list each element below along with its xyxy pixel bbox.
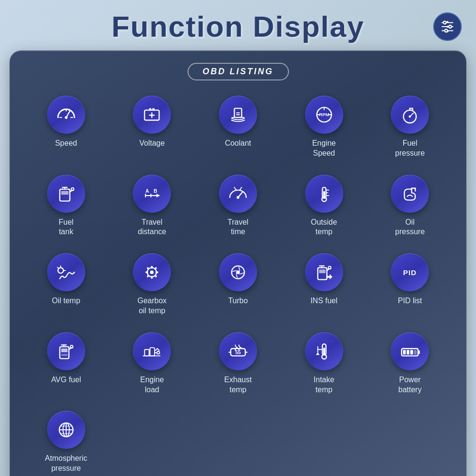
obd-listing-badge: OBD LISTING [188, 63, 289, 80]
item-engine-load[interactable]: Engineload [110, 327, 194, 401]
turbo-icon [227, 261, 249, 283]
svg-rect-108 [403, 350, 406, 355]
svg-point-6 [444, 21, 446, 24]
svg-rect-15 [149, 109, 152, 111]
item-coolant[interactable]: Coolant [196, 90, 280, 164]
oil-temp-label: Oil temp [52, 296, 80, 306]
travel-time-icon-circle [219, 175, 257, 213]
avg-fuel-icon [55, 340, 77, 362]
item-oil-temp[interactable]: Oil temp [24, 248, 108, 322]
fuel-pressure-icon-circle [391, 96, 429, 134]
item-ins-fuel[interactable]: INS fuel [282, 248, 366, 322]
svg-point-34 [409, 115, 411, 118]
coolant-icon-circle [219, 96, 257, 134]
svg-line-50 [240, 187, 242, 190]
svg-rect-89 [61, 354, 67, 356]
svg-rect-75 [317, 268, 327, 280]
svg-rect-109 [407, 350, 409, 355]
item-intake-temp[interactable]: Intaketemp [282, 327, 366, 401]
turbo-icon-circle [219, 253, 257, 291]
avg-fuel-icon-circle [47, 332, 85, 370]
fuel-pressure-label: Fuelpressure [395, 139, 425, 159]
svg-point-94 [157, 351, 160, 354]
fuel-tank-icon-circle [47, 175, 85, 213]
engine-load-icon-circle [133, 332, 171, 370]
travel-distance-label: Traveldistance [138, 218, 167, 238]
svg-rect-68 [156, 271, 159, 273]
pid-list-label: PID list [398, 296, 422, 306]
page-title: Function Display [111, 10, 364, 43]
item-turbo[interactable]: Turbo [196, 248, 280, 322]
item-outside-temp[interactable]: Outsidetemp [282, 169, 366, 243]
intake-temp-label: Intaketemp [314, 375, 335, 395]
exhaust-temp-label: Exhausttemp [224, 375, 252, 395]
fuel-tank-icon [55, 183, 77, 205]
power-battery-icon-circle [391, 332, 429, 370]
section-badge-wrapper: OBD LISTING [24, 63, 452, 80]
voltage-icon-circle [133, 96, 171, 134]
main-panel: OBD LISTING Speed [10, 50, 466, 476]
svg-marker-44 [157, 194, 160, 198]
svg-point-87 [70, 345, 73, 348]
engine-load-label: Engineload [140, 375, 164, 395]
rpm-icon: RPM [313, 104, 335, 126]
engine-speed-label: EngineSpeed [312, 139, 336, 159]
item-gearbox[interactable]: Gearboxoil temp [110, 248, 194, 322]
voltage-label: Voltage [139, 139, 165, 149]
travel-distance-icon: A B [141, 183, 163, 205]
travel-time-label: Traveltime [228, 218, 248, 238]
item-avg-fuel[interactable]: AVG fuel [24, 327, 108, 401]
ins-fuel-label: INS fuel [310, 296, 337, 306]
speedometer-icon [55, 104, 77, 126]
travel-distance-icon-circle: A B [133, 175, 171, 213]
item-fuel-pressure[interactable]: Fuelpressure [368, 90, 452, 164]
svg-point-8 [445, 29, 447, 32]
item-voltage[interactable]: Voltage [110, 90, 194, 164]
item-pid-list[interactable]: PID PID list [368, 248, 452, 322]
svg-text:PID: PID [403, 268, 416, 277]
item-speed[interactable]: Speed [24, 90, 108, 164]
svg-rect-111 [414, 350, 417, 355]
svg-text:B: B [154, 188, 158, 194]
atmospheric-icon [55, 419, 77, 441]
item-power-battery[interactable]: Powerbattery [368, 327, 452, 401]
svg-text:55: 55 [235, 349, 241, 355]
svg-rect-91 [150, 347, 155, 356]
exhaust-temp-icon: 55 [227, 340, 249, 362]
coolant-icon [227, 104, 249, 126]
svg-point-74 [236, 270, 240, 274]
oil-temp-icon-circle [47, 253, 85, 291]
function-grid: Speed Voltage [24, 90, 452, 476]
oil-pressure-label: Oilpressure [395, 218, 425, 238]
item-atmospheric[interactable]: Atmosphericpressure [24, 405, 108, 476]
svg-rect-67 [146, 271, 149, 273]
atmospheric-icon-circle [47, 411, 85, 449]
item-travel-distance[interactable]: A B Traveldistance [110, 169, 194, 243]
svg-line-62 [58, 268, 59, 269]
speed-label: Speed [55, 139, 77, 149]
svg-rect-35 [60, 189, 69, 201]
pid-list-icon-circle: PID [391, 253, 429, 291]
voltage-icon [141, 104, 163, 126]
outside-temp-icon [313, 183, 335, 205]
item-fuel-tank[interactable]: Fueltank [24, 169, 108, 243]
fuel-pressure-icon [399, 104, 421, 126]
svg-point-78 [328, 267, 331, 269]
settings-button[interactable] [433, 12, 462, 41]
item-oil-pressure[interactable]: Oilpressure [368, 169, 452, 243]
travel-time-icon [227, 183, 249, 205]
item-exhaust-temp[interactable]: 55 Exhausttemp [196, 327, 280, 401]
fuel-tank-label: Fueltank [59, 218, 73, 238]
atmospheric-label: Atmosphericpressure [45, 454, 87, 474]
svg-text:A: A [146, 188, 149, 194]
gearbox-icon [141, 261, 163, 283]
svg-rect-16 [152, 109, 155, 111]
item-travel-time[interactable]: Traveltime [196, 169, 280, 243]
item-engine-speed[interactable]: RPM EngineSpeed [282, 90, 366, 164]
svg-text:RPM: RPM [319, 112, 329, 117]
speed-icon-circle [47, 96, 85, 134]
outside-temp-icon-circle [305, 175, 343, 213]
intake-temp-icon [313, 340, 335, 362]
oil-pressure-icon-circle [391, 175, 429, 213]
svg-rect-66 [151, 276, 153, 279]
